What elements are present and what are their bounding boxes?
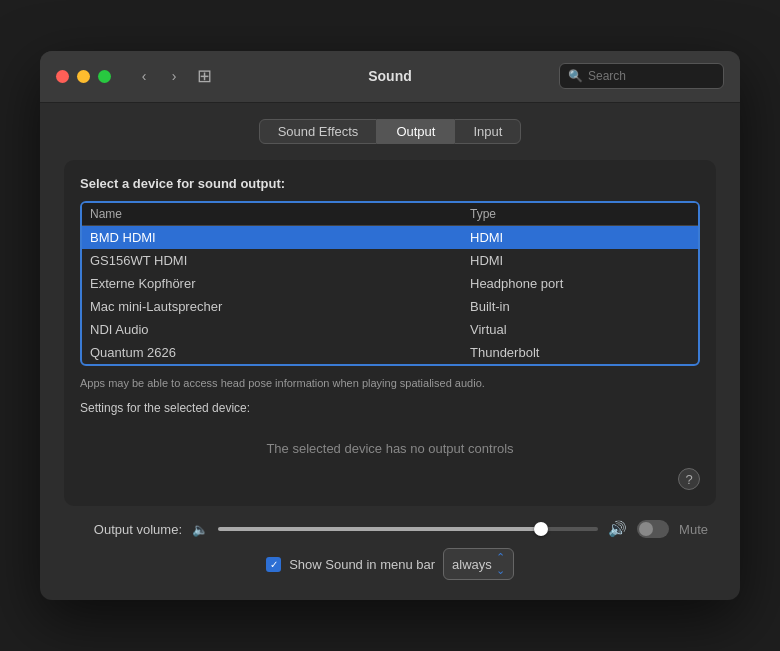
app-icon: ⊞ <box>197 65 212 87</box>
volume-low-icon: 🔈 <box>192 522 208 537</box>
volume-row: Output volume: 🔈 🔊 Mute <box>72 520 708 538</box>
window-title: Sound <box>368 68 412 84</box>
tab-input[interactable]: Input <box>454 119 521 144</box>
mute-toggle-thumb <box>639 522 653 536</box>
device-type: Built-in <box>470 299 690 314</box>
search-icon: 🔍 <box>568 69 583 83</box>
search-box[interactable]: 🔍 <box>559 63 724 89</box>
minimize-button[interactable] <box>77 70 90 83</box>
bottom-controls: Output volume: 🔈 🔊 Mute ✓ Show Sound in … <box>64 520 716 580</box>
table-row[interactable]: Mac mini-Lautsprecher Built-in <box>82 295 698 318</box>
device-section-title: Select a device for sound output: <box>80 176 700 191</box>
tab-output[interactable]: Output <box>377 119 454 144</box>
output-panel: Select a device for sound output: Name T… <box>64 160 716 506</box>
device-type: Thunderbolt <box>470 345 690 360</box>
table-row[interactable]: Externe Kopfhörer Headphone port <box>82 272 698 295</box>
device-type: Headphone port <box>470 276 690 291</box>
col-header-name: Name <box>90 207 470 221</box>
device-name: Quantum 2626 <box>90 345 470 360</box>
device-type: HDMI <box>470 230 690 245</box>
volume-slider[interactable] <box>218 527 598 531</box>
show-sound-dropdown[interactable]: always ⌃ ⌄ <box>443 548 514 580</box>
forward-button[interactable]: › <box>161 66 187 86</box>
device-name: Externe Kopfhörer <box>90 276 470 291</box>
help-button[interactable]: ? <box>678 468 700 490</box>
show-sound-row: ✓ Show Sound in menu bar always ⌃ ⌄ <box>72 548 708 580</box>
main-content: Sound Effects Output Input Select a devi… <box>40 103 740 600</box>
spatial-audio-note: Apps may be able to access head pose inf… <box>80 376 700 391</box>
table-row[interactable]: Quantum 2626 Thunderbolt <box>82 341 698 364</box>
device-name: BMD HDMI <box>90 230 470 245</box>
nav-buttons: ‹ › <box>131 66 187 86</box>
table-row[interactable]: GS156WT HDMI HDMI <box>82 249 698 272</box>
back-button[interactable]: ‹ <box>131 66 157 86</box>
device-type: Virtual <box>470 322 690 337</box>
traffic-lights <box>56 70 111 83</box>
sound-settings-window: ‹ › ⊞ Sound 🔍 Sound Effects Output Input… <box>40 51 740 600</box>
maximize-button[interactable] <box>98 70 111 83</box>
titlebar: ‹ › ⊞ Sound 🔍 <box>40 51 740 103</box>
mute-label: Mute <box>679 522 708 537</box>
search-input[interactable] <box>588 69 715 83</box>
col-header-type: Type <box>470 207 690 221</box>
table-row[interactable]: NDI Audio Virtual <box>82 318 698 341</box>
device-table: Name Type BMD HDMI HDMI GS156WT HDMI HDM… <box>80 201 700 366</box>
show-sound-label: Show Sound in menu bar <box>289 557 435 572</box>
no-controls-text: The selected device has no output contro… <box>80 423 700 464</box>
output-volume-label: Output volume: <box>72 522 182 537</box>
help-button-container: ? <box>80 468 700 490</box>
mute-toggle[interactable] <box>637 520 669 538</box>
device-name: GS156WT HDMI <box>90 253 470 268</box>
device-name: NDI Audio <box>90 322 470 337</box>
tab-bar: Sound Effects Output Input <box>64 119 716 144</box>
device-type: HDMI <box>470 253 690 268</box>
show-sound-value: always <box>452 557 492 572</box>
slider-thumb <box>534 522 548 536</box>
table-header: Name Type <box>82 203 698 226</box>
close-button[interactable] <box>56 70 69 83</box>
settings-for-device-label: Settings for the selected device: <box>80 401 700 415</box>
tab-sound-effects[interactable]: Sound Effects <box>259 119 378 144</box>
table-row[interactable]: BMD HDMI HDMI <box>82 226 698 249</box>
device-name: Mac mini-Lautsprecher <box>90 299 470 314</box>
device-list[interactable]: BMD HDMI HDMI GS156WT HDMI HDMI Externe … <box>82 226 698 364</box>
dropdown-arrow-icon: ⌃ ⌄ <box>496 551 505 577</box>
show-sound-checkbox[interactable]: ✓ <box>266 557 281 572</box>
volume-high-icon: 🔊 <box>608 520 627 538</box>
